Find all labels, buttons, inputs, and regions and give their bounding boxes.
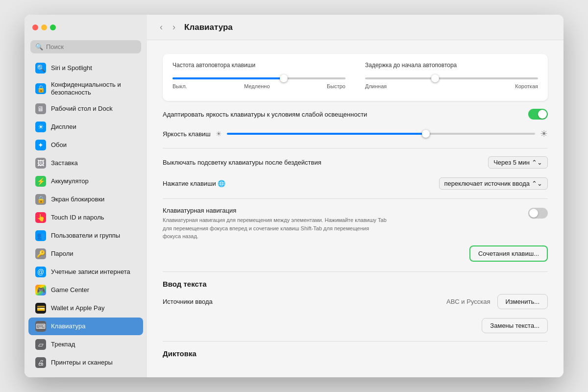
- divider-1: [163, 148, 548, 148]
- users-groups-icon: 👥: [35, 230, 46, 241]
- lock-screen-label: Экран блокировки: [51, 196, 104, 203]
- key-repeat-section: Частота автоповтора клавиши Выкл. Медлен…: [163, 54, 548, 101]
- keyboard-nav-toggle[interactable]: [528, 208, 548, 219]
- forward-button[interactable]: ›: [170, 21, 178, 33]
- key-repeat-col: Частота автоповтора клавиши Выкл. Медлен…: [172, 62, 345, 89]
- internet-accounts-label: Учетные записи интернета: [51, 268, 130, 276]
- key-repeat-mid-label: Медленно: [244, 83, 270, 89]
- wallet-icon: 💳: [35, 303, 46, 314]
- adaptive-brightness-toggle[interactable]: [528, 109, 548, 120]
- sidebar-item-trackpad[interactable]: ▱Трекпад: [28, 336, 143, 353]
- brightness-low-icon: ☀: [216, 130, 222, 138]
- sidebar-item-displays[interactable]: ☀Дисплеи: [28, 118, 143, 136]
- sidebar-item-printers[interactable]: 🖨Принтеры и сканеры: [28, 354, 143, 371]
- shortcuts-button[interactable]: Сочетания клавиш...: [469, 245, 548, 262]
- sources-right-group: ABC и Русская Изменить...: [446, 294, 548, 309]
- key-press-chevron-icon: ⌃⌄: [532, 180, 542, 187]
- desktop-dock-label: Рабочий стол и Dock: [51, 105, 113, 113]
- search-input[interactable]: [46, 43, 136, 50]
- delay-left-label: Длинная: [365, 83, 387, 89]
- sidebar-item-internet-accounts[interactable]: @Учетные записи интернета: [28, 263, 143, 281]
- sidebar-item-desktop-dock[interactable]: 🖥Рабочий стол и Dock: [28, 100, 143, 118]
- content-area: Частота автоповтора клавиши Выкл. Медлен…: [147, 40, 564, 377]
- main-window: 🔍 🔍Siri и Spotlight🔒Конфиденциальность и…: [24, 15, 564, 377]
- back-button[interactable]: ‹: [157, 21, 166, 33]
- keyboard-nav-row: Клавиатурная навигация Клавиатурная нави…: [163, 207, 548, 241]
- backlight-off-value: Через 5 мин: [493, 159, 530, 166]
- backlight-off-label: Выключать подсветку клавиатуры после без…: [163, 159, 321, 166]
- keyboard-label: Клавиатура: [51, 322, 85, 330]
- key-repeat-slider[interactable]: [172, 77, 345, 79]
- key-press-label: Нажатие клавиши 🌐: [163, 180, 225, 187]
- siri-spotlight-icon: 🔍: [35, 63, 46, 74]
- displays-icon: ☀: [35, 122, 46, 132]
- sidebar-item-wallet[interactable]: 💳Wallet и Apple Pay: [28, 299, 143, 317]
- backlight-off-dropdown[interactable]: Через 5 мин ⌃⌄: [488, 156, 548, 169]
- text-input-label: Ввод текста: [163, 280, 548, 288]
- trackpad-label: Трекпад: [51, 341, 75, 348]
- delay-repeat-col: Задержка до начала автоповтора Длинная К…: [365, 62, 538, 89]
- divider-2: [163, 198, 548, 199]
- fullscreen-button[interactable]: [50, 24, 56, 30]
- divider-4: [163, 341, 548, 342]
- toggle-knob: [538, 110, 547, 119]
- key-repeat-label: Частота автоповтора клавиши: [172, 62, 345, 69]
- screensaver-label: Заставка: [51, 159, 78, 167]
- key-repeat-right-label: Быстро: [327, 83, 345, 89]
- minimize-button[interactable]: [41, 24, 47, 30]
- key-repeat-left-label: Выкл.: [172, 83, 187, 89]
- adaptive-brightness-label: Адаптировать яркость клавиатуры к услови…: [163, 111, 367, 118]
- sidebar: 🔍 🔍Siri и Spotlight🔒Конфиденциальность и…: [24, 15, 147, 377]
- touchid-icon: 👆: [35, 212, 46, 223]
- desktop-dock-icon: 🖥: [35, 103, 46, 114]
- sidebar-item-screensaver[interactable]: 🖼Заставка: [28, 154, 143, 172]
- brightness-high-icon: ☀: [540, 128, 548, 139]
- search-bar[interactable]: 🔍: [30, 40, 141, 53]
- traffic-lights: [32, 24, 56, 30]
- passwords-label: Пароли: [51, 250, 74, 258]
- keyboard-nav-text: Клавиатурная навигация Клавиатурная нави…: [163, 207, 388, 241]
- sidebar-item-game-center[interactable]: 🎮Game Center: [28, 281, 143, 299]
- brightness-slider[interactable]: [227, 133, 535, 135]
- wallet-label: Wallet и Apple Pay: [51, 304, 104, 312]
- lock-screen-icon: 🔒: [35, 194, 46, 205]
- change-button[interactable]: Изменить...: [497, 294, 548, 309]
- key-press-value: переключает источник ввода: [444, 180, 530, 187]
- touchid-label: Touch ID и пароль: [51, 214, 104, 221]
- main-toolbar: ‹ › Клавиатура: [147, 15, 564, 40]
- keyboard-nav-knob: [529, 209, 538, 218]
- sidebar-item-wallpaper[interactable]: ✦Обои: [28, 136, 143, 154]
- sidebar-item-battery[interactable]: ⚡Аккумулятор: [28, 172, 143, 190]
- sidebar-item-lock-screen[interactable]: 🔒Экран блокировки: [28, 191, 143, 208]
- battery-icon: ⚡: [35, 176, 46, 187]
- battery-label: Аккумулятор: [51, 177, 89, 185]
- users-groups-label: Пользователи и группы: [51, 232, 120, 240]
- sidebar-item-keyboard[interactable]: ⌨Клавиатура: [28, 318, 143, 335]
- close-button[interactable]: [32, 24, 38, 30]
- sidebar-item-privacy[interactable]: 🔒Конфиденциальность и безопасность: [28, 77, 143, 99]
- sidebar-item-users-groups[interactable]: 👥Пользователи и группы: [28, 227, 143, 245]
- main-content: ‹ › Клавиатура Частота автоповтора клави…: [147, 15, 564, 377]
- sidebar-item-siri-spotlight[interactable]: 🔍Siri и Spotlight: [28, 59, 143, 77]
- displays-label: Дисплеи: [51, 123, 76, 131]
- sidebar-item-passwords[interactable]: 🔑Пароли: [28, 245, 143, 263]
- page-title: Клавиатура: [184, 23, 233, 32]
- privacy-icon: 🔒: [35, 83, 46, 94]
- key-press-dropdown[interactable]: переключает источник ввода ⌃⌄: [439, 177, 548, 190]
- sidebar-item-touchid[interactable]: 👆Touch ID и пароль: [28, 209, 143, 226]
- wallpaper-icon: ✦: [35, 140, 46, 150]
- sources-row: Источники ввода ABC и Русская Изменить..…: [163, 294, 548, 309]
- keyboard-nav-label: Клавиатурная навигация: [163, 207, 388, 214]
- sources-value: ABC и Русская: [446, 298, 490, 305]
- sidebar-items-container: 🔍Siri и Spotlight🔒Конфиденциальность и б…: [24, 59, 147, 372]
- dropdown-chevron-icon: ⌃⌄: [532, 159, 542, 166]
- keyboard-nav-desc: Клавиатурная навигация для перемещения м…: [163, 216, 388, 241]
- replacements-button[interactable]: Замены текста...: [482, 318, 548, 333]
- screensaver-icon: 🖼: [35, 158, 46, 169]
- adaptive-brightness-row: Адаптировать яркость клавиатуры к услови…: [163, 109, 548, 120]
- delay-repeat-slider[interactable]: [365, 77, 538, 79]
- dictation-label: Диктовка: [163, 349, 548, 358]
- game-center-label: Game Center: [51, 286, 89, 294]
- sources-label: Источники ввода: [163, 298, 213, 305]
- brightness-row: Яркость клавиш ☀ ☀: [163, 128, 548, 139]
